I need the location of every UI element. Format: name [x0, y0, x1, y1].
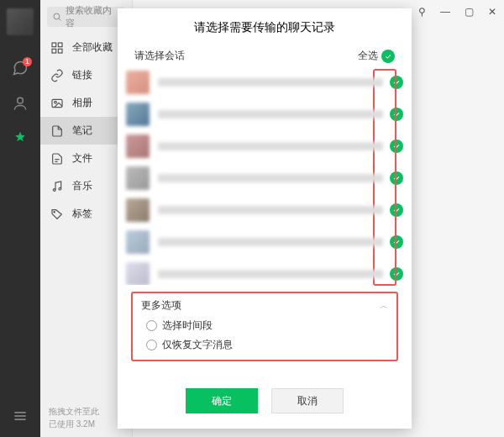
contacts-icon[interactable] [11, 94, 29, 113]
svg-rect-7 [58, 43, 62, 47]
tag-icon [50, 208, 64, 221]
music-icon [50, 180, 64, 193]
select-all-label: 全选 [358, 49, 378, 63]
file-icon [50, 152, 64, 166]
sidebar-item-label: 链接 [72, 68, 92, 82]
confirm-button[interactable]: 确定 [186, 388, 258, 413]
chat-icon[interactable]: 1 [11, 59, 29, 77]
svg-rect-10 [52, 99, 62, 107]
svg-point-0 [18, 97, 24, 103]
chat-row[interactable] [121, 98, 408, 130]
collapse-icon[interactable]: ︿ [380, 300, 388, 312]
grid-icon [50, 41, 64, 55]
option-text-only-label: 仅恢复文字消息 [162, 339, 233, 351]
option-time-range-label: 选择时间段 [162, 319, 213, 332]
favorites-icon[interactable] [11, 129, 29, 148]
footer-hint: 拖拽文件至此 [49, 405, 123, 418]
svg-rect-9 [58, 49, 62, 53]
chat-name [158, 270, 383, 278]
cancel-button[interactable]: 取消 [271, 388, 344, 413]
chat-avatar [126, 198, 150, 222]
chat-row[interactable] [121, 226, 408, 258]
chat-row[interactable] [121, 258, 408, 285]
more-options-label[interactable]: 更多选项 [141, 298, 181, 313]
chat-row[interactable] [121, 162, 408, 194]
search-icon [52, 12, 62, 22]
maximize-button[interactable]: ▢ [457, 0, 480, 24]
more-options-panel: 更多选项 ︿ 选择时间段 仅恢复文字消息 [131, 292, 398, 361]
option-text-only[interactable]: 仅恢复文字消息 [146, 339, 388, 351]
note-icon [50, 124, 64, 138]
transfer-chat-modal: 请选择需要传输的聊天记录 请选择会话 全选 更多选项 ︿ [118, 8, 412, 429]
sidebar-item-label: 文件 [72, 151, 92, 166]
chat-row[interactable] [121, 66, 408, 98]
svg-point-4 [54, 13, 60, 19]
chat-avatar [126, 262, 150, 285]
radio-icon [146, 320, 157, 331]
link-icon [50, 69, 64, 82]
modal-title: 请选择需要传输的聊天记录 [118, 8, 412, 44]
option-time-range[interactable]: 选择时间段 [146, 319, 388, 332]
chat-badge: 1 [23, 57, 32, 66]
chat-name [158, 142, 383, 150]
chat-avatar [126, 103, 150, 126]
minimize-button[interactable]: — [433, 0, 457, 24]
chat-avatar [126, 166, 150, 190]
chat-avatar [126, 134, 150, 158]
svg-point-16 [54, 211, 55, 212]
chat-row[interactable] [121, 194, 408, 226]
menu-icon[interactable] [11, 407, 29, 425]
chat-name [158, 110, 383, 118]
left-rail: 1 [0, 0, 40, 437]
search-input[interactable]: 搜索收藏内容 [47, 7, 125, 27]
modal-footer: 确定 取消 [118, 375, 412, 429]
chat-row[interactable] [121, 130, 408, 162]
user-avatar[interactable] [7, 8, 34, 35]
window-controls: ⚲ — ▢ ✕ [410, 0, 504, 24]
chat-session-list [118, 66, 412, 285]
close-button[interactable]: ✕ [480, 0, 504, 24]
image-icon [50, 97, 64, 110]
check-icon [381, 50, 395, 63]
sidebar-item-label: 音乐 [72, 179, 92, 193]
sidebar-item-label: 笔记 [72, 124, 92, 138]
chat-name [158, 174, 383, 182]
sidebar-item-label: 相册 [72, 96, 92, 110]
chat-name [158, 238, 383, 246]
select-session-label: 请选择会话 [134, 49, 185, 63]
select-all-toggle[interactable]: 全选 [358, 49, 395, 63]
chat-avatar [126, 71, 150, 94]
svg-point-15 [59, 187, 61, 190]
search-placeholder: 搜索收藏内容 [66, 4, 120, 29]
svg-point-11 [55, 101, 57, 103]
svg-rect-8 [52, 49, 56, 53]
chat-name [158, 206, 383, 214]
pin-button[interactable]: ⚲ [410, 0, 433, 24]
sidebar-item-label: 全部收藏 [72, 40, 113, 55]
svg-point-14 [53, 188, 55, 191]
svg-line-5 [59, 18, 60, 20]
footer-usage: 已使用 3.2M [49, 418, 123, 430]
chat-name [158, 78, 383, 87]
svg-rect-6 [52, 43, 56, 47]
chat-avatar [126, 230, 150, 254]
radio-icon [146, 340, 157, 350]
sidebar-item-label: 标签 [72, 207, 92, 221]
